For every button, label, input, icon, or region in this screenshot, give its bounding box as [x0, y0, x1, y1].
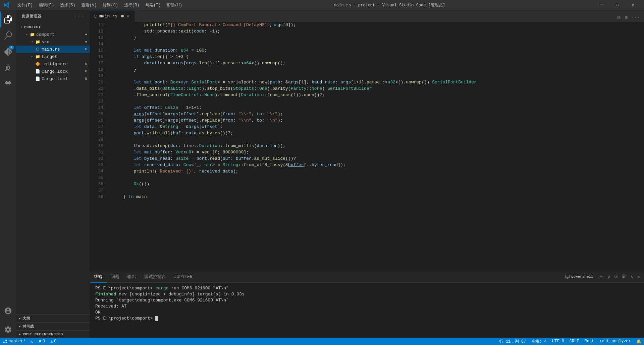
menu-bar[interactable]: 文件(F) 编辑(E) 选择(S) 查看(V) 转到(G) 运行(R) 终端(T…: [15, 2, 185, 9]
sidebar-item-target[interactable]: ▸ 📁 target: [16, 53, 90, 60]
close-button[interactable]: ✕: [625, 0, 641, 10]
timeline-header[interactable]: ▸ 时间线: [16, 323, 90, 330]
line-ending-label: CRLF: [570, 339, 579, 344]
menu-view[interactable]: 查看(V): [79, 2, 100, 9]
code-line-21: .data_bits(DataBits::Eight).stop_bits(St…: [113, 85, 644, 92]
minimize-button[interactable]: ─: [594, 0, 610, 10]
terminal-tab-actions: powershell ＋ ∨ ⧉ 🗑 ∧ ✕: [562, 272, 644, 281]
activity-extensions[interactable]: [0, 76, 16, 92]
activity-search[interactable]: [0, 27, 16, 44]
sidebar-more-button[interactable]: ···: [74, 13, 85, 19]
tab-main-rs[interactable]: ⬡ main.rs ✕: [90, 10, 135, 22]
status-warnings[interactable]: ⚠ 0: [48, 338, 59, 345]
status-git-branch[interactable]: ⎇ master*: [0, 338, 28, 345]
gitignore-arrow: ▸: [30, 62, 35, 66]
sidebar-title: 资源管理器: [21, 14, 42, 19]
menu-help[interactable]: 帮助(H): [164, 2, 185, 9]
rust-deps-header[interactable]: ▸ RUST DEPENDENCIES: [16, 331, 90, 338]
title-bar-left: 文件(F) 编辑(E) 选择(S) 查看(V) 转到(G) 运行(R) 终端(T…: [3, 2, 185, 9]
more-actions-button[interactable]: ···: [630, 14, 641, 22]
restore-button[interactable]: ▭: [610, 0, 625, 10]
activity-run-debug[interactable]: [0, 60, 16, 76]
status-language[interactable]: Rust: [582, 338, 597, 345]
outline-header[interactable]: ▸ 大纲: [16, 315, 90, 322]
terminal-tab-debug-console[interactable]: 调试控制台: [140, 271, 170, 283]
rust-deps-label: RUST DEPENDENCIES: [22, 332, 63, 336]
rust-deps-section: ▸ RUST DEPENDENCIES: [16, 330, 90, 338]
status-sync[interactable]: ↻: [28, 338, 36, 345]
sidebar-item-cargo-toml[interactable]: ▸ 📄 Cargo.toml U: [16, 75, 90, 82]
activity-git[interactable]: 4: [0, 44, 16, 60]
terminal-split-button[interactable]: ⧉: [613, 273, 619, 281]
timeline-label: 时间线: [22, 324, 34, 329]
target-label: target: [42, 54, 90, 59]
code-line-35: [113, 175, 644, 181]
terminal-line-8: PS E:\project\comport>: [95, 316, 639, 322]
terminal-maximize-button[interactable]: ∧: [629, 273, 634, 281]
terminal-tab-terminal[interactable]: 终端: [90, 271, 107, 283]
code-line-17: duration = args[args.len()-1].parse::<u6…: [113, 60, 644, 66]
terminal-tab-jupyter[interactable]: JUPYTER: [170, 271, 197, 283]
outline-section: ▸ 大纲: [16, 314, 90, 322]
cargo-toml-icon: 📄: [35, 76, 40, 81]
git-icon: 🔶: [35, 61, 40, 67]
tab-main-rs-label: main.rs: [99, 14, 118, 19]
src-folder-icon: 📁: [35, 39, 40, 45]
status-bar: ⎇ master* ↻ ✖ 0 ⚠ 0 行 11，列 67 空格: 4 UTF-…: [0, 338, 644, 345]
encoding-label: UTF-8: [552, 339, 564, 344]
terminal-add-button[interactable]: ＋: [597, 272, 605, 281]
tab-close-button[interactable]: ✕: [126, 13, 130, 19]
status-encoding[interactable]: UTF-8: [549, 338, 567, 345]
sidebar-item-gitignore[interactable]: ▸ 🔶 .gitignore U: [16, 60, 90, 68]
tab-bar-actions: ⧉ ⊟ ···: [613, 13, 644, 22]
status-notification[interactable]: 🔔: [634, 338, 644, 345]
terminal-tab-problems[interactable]: 问题: [107, 271, 123, 283]
status-line-ending[interactable]: CRLF: [567, 338, 582, 345]
window-controls[interactable]: ─ ▭ ✕: [594, 0, 641, 10]
sidebar-item-cargo-lock[interactable]: ▸ 📄 Cargo.lock U: [16, 68, 90, 75]
tab-modified-indicator: [121, 15, 124, 17]
menu-goto[interactable]: 转到(G): [100, 2, 121, 9]
menu-terminal[interactable]: 终端(T): [143, 2, 164, 9]
sidebar-item-main-rs[interactable]: ⬡ main.rs U: [16, 46, 90, 53]
title-bar: 文件(F) 编辑(E) 选择(S) 查看(V) 转到(G) 运行(R) 终端(T…: [0, 0, 644, 10]
terminal-content[interactable]: PS E:\project\comport> cargo run COM6 92…: [90, 283, 644, 338]
tab-bar: ⬡ main.rs ✕ ⧉ ⊟ ···: [90, 10, 644, 22]
spaces-label: 空格: 4: [531, 339, 547, 344]
gitignore-badge: U: [85, 62, 90, 66]
editor-layout-button[interactable]: ⊟: [623, 13, 629, 22]
terminal-tab-output[interactable]: 输出: [123, 271, 140, 283]
terminal-close-button[interactable]: ✕: [636, 273, 641, 281]
code-content[interactable]: println!("{} ComPort Baudrate Command [D…: [107, 22, 644, 271]
menu-run[interactable]: 运行(R): [121, 2, 142, 9]
sidebar-item-src[interactable]: ▾ 📁 src ●: [16, 38, 90, 46]
activity-settings[interactable]: [0, 322, 16, 338]
menu-file[interactable]: 文件(F): [15, 2, 36, 9]
comport-arrow: ▾: [24, 32, 30, 37]
sidebar-item-comport[interactable]: ▾ 📁 comport ●: [16, 31, 90, 38]
status-rust-analyzer[interactable]: rust-analyzer: [597, 338, 634, 345]
terminal-dropdown-button[interactable]: ∨: [606, 273, 611, 281]
sidebar-item-project[interactable]: ▾ PROJECT: [16, 23, 90, 31]
code-line-28: port.write_all(buf: data.as_bytes())?;: [113, 130, 644, 136]
rust-analyzer-label: rust-analyzer: [599, 339, 631, 344]
sync-icon: ↻: [31, 339, 33, 344]
activity-account[interactable]: [0, 303, 16, 319]
main-rs-badge: U: [85, 47, 90, 51]
menu-edit[interactable]: 编辑(E): [36, 2, 57, 9]
code-line-22: .flow_control(FlowControl::None).timeout…: [113, 92, 644, 98]
menu-select[interactable]: 选择(S): [57, 2, 78, 9]
terminal-line-1: PS E:\project\comport> cargo run COM6 92…: [95, 285, 639, 291]
code-line-34: println!("Received: {}", received_data);: [113, 168, 644, 175]
project-label: PROJECT: [24, 25, 90, 29]
terminal-trash-button[interactable]: 🗑: [620, 273, 628, 281]
error-icon: ✖: [39, 339, 41, 344]
activity-bar: 4: [0, 10, 16, 338]
status-errors[interactable]: ✖ 0: [36, 338, 48, 345]
split-editor-button[interactable]: ⧉: [616, 14, 622, 22]
activity-explorer[interactable]: [0, 11, 16, 27]
code-line-32: let bytes_read: usize = port.read(buf: b…: [113, 155, 644, 162]
terminal-line-4: Received: AT: [95, 303, 639, 309]
status-spaces[interactable]: 空格: 4: [529, 338, 549, 345]
status-line-col[interactable]: 行 11，列 67: [497, 338, 529, 345]
